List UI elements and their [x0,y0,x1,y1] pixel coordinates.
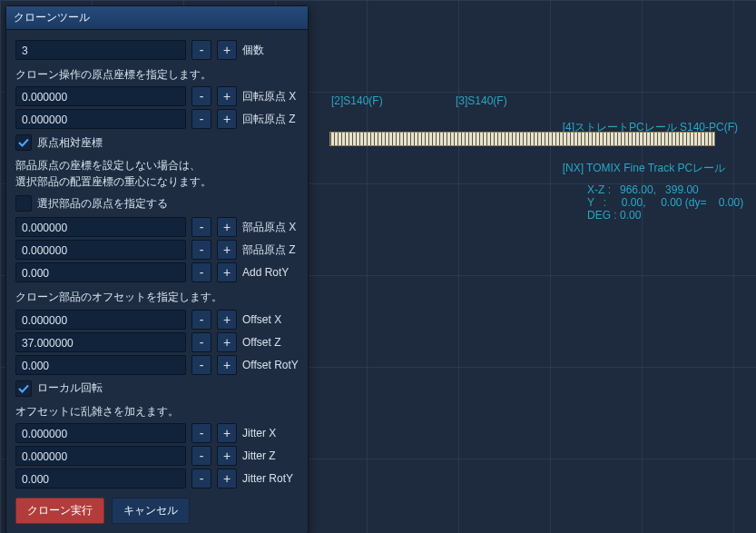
add-roty-label: Add RotY [242,266,299,279]
clone-tool-panel: クローンツール 3 - + 個数 クローン操作の原点座標を指定します。 0.00… [5,5,309,533]
add-roty-input[interactable]: 0.000 [15,262,186,282]
offset-x-label: Offset X [242,313,299,326]
part-origin-z-input[interactable]: 0.000000 [15,240,186,260]
offset-x-increment[interactable]: + [217,310,237,330]
rail-piece[interactable] [329,132,715,146]
offset-z-label: Offset Z [242,336,299,349]
offset-roty-decrement[interactable]: - [191,355,211,375]
part-origin-x-increment[interactable]: + [217,217,237,237]
jitter-x-input[interactable]: 0.000000 [15,423,186,443]
part-origin-x-input[interactable]: 0.000000 [15,217,186,237]
origin-help-text: クローン操作の原点座標を指定します。 [15,67,299,83]
part-origin-z-decrement[interactable]: - [191,240,211,260]
offset-help-text: クローン部品のオフセットを指定します。 [15,290,299,305]
offset-roty-increment[interactable]: + [217,355,237,375]
rail-label-4: [4]ストレートPCレール S140-PC(F) [NX] TOMIX Fine… [563,94,738,202]
jitter-x-label: Jitter X [242,427,299,439]
coordinate-readout: X-Z : 966.00, 399.00 Y : 0.00, 0.00 (dy=… [587,183,743,222]
part-origin-x-label: 部品原点 X [242,220,299,235]
count-decrement[interactable]: - [191,40,211,60]
offset-z-increment[interactable]: + [217,332,237,352]
panel-title[interactable]: クローンツール [6,6,308,30]
relative-origin-checkbox[interactable] [15,134,32,151]
jitter-roty-label: Jitter RotY [242,472,299,485]
offset-x-decrement[interactable]: - [191,310,211,330]
rot-origin-x-increment[interactable]: + [217,86,237,106]
rot-origin-z-input[interactable]: 0.000000 [15,109,186,129]
offset-x-input[interactable]: 0.000000 [15,310,186,330]
offset-roty-label: Offset RotY [242,359,299,371]
cancel-button[interactable]: キャンセル [112,498,190,524]
jitter-x-increment[interactable]: + [217,423,237,443]
rail-label-3: [3]S140(F) [456,94,507,107]
offset-z-input[interactable]: 37.000000 [15,332,186,352]
count-input[interactable]: 3 [15,40,186,60]
check-icon [18,137,29,148]
add-roty-increment[interactable]: + [217,262,237,282]
count-increment[interactable]: + [217,40,237,60]
part-origin-z-label: 部品原点 Z [242,242,299,258]
jitter-x-decrement[interactable]: - [191,423,211,443]
offset-roty-input[interactable]: 0.000 [15,355,186,375]
jitter-z-increment[interactable]: + [217,446,237,466]
jitter-z-decrement[interactable]: - [191,446,211,466]
jitter-roty-input[interactable]: 0.000 [15,469,186,489]
rot-origin-z-decrement[interactable]: - [191,109,211,129]
rot-origin-x-input[interactable]: 0.000000 [15,86,186,106]
rail-label-2: [2]S140(F) [331,94,383,107]
jitter-z-label: Jitter Z [242,449,299,462]
add-roty-decrement[interactable]: - [191,262,211,282]
local-rotation-checkbox[interactable] [15,380,32,397]
offset-z-decrement[interactable]: - [191,332,211,352]
jitter-z-input[interactable]: 0.000000 [15,446,186,466]
rail-label-4-line2: [NX] TOMIX Fine Track PCレール [563,161,738,176]
part-origin-help-text: 部品原点の座標を設定しない場合は、 選択部品の配置座標の重心になります。 [15,158,299,190]
part-origin-z-increment[interactable]: + [217,240,237,260]
execute-button[interactable]: クローン実行 [15,498,104,524]
check-icon [18,383,29,394]
jitter-help-text: オフセットに乱雑さを加えます。 [15,404,299,419]
rot-origin-z-label: 回転原点 Z [242,112,299,127]
jitter-roty-decrement[interactable]: - [191,469,211,489]
rot-origin-x-decrement[interactable]: - [191,86,211,106]
relative-origin-label: 原点相対座標 [37,135,103,151]
local-rotation-label: ローカル回転 [37,380,103,396]
part-origin-x-decrement[interactable]: - [191,217,211,237]
count-label: 個数 [242,43,299,58]
specify-part-origin-label: 選択部品の原点を指定する [37,196,168,212]
rot-origin-x-label: 回転原点 X [242,89,299,104]
rot-origin-z-increment[interactable]: + [217,109,237,129]
specify-part-origin-checkbox[interactable] [15,195,32,212]
jitter-roty-increment[interactable]: + [217,469,237,489]
